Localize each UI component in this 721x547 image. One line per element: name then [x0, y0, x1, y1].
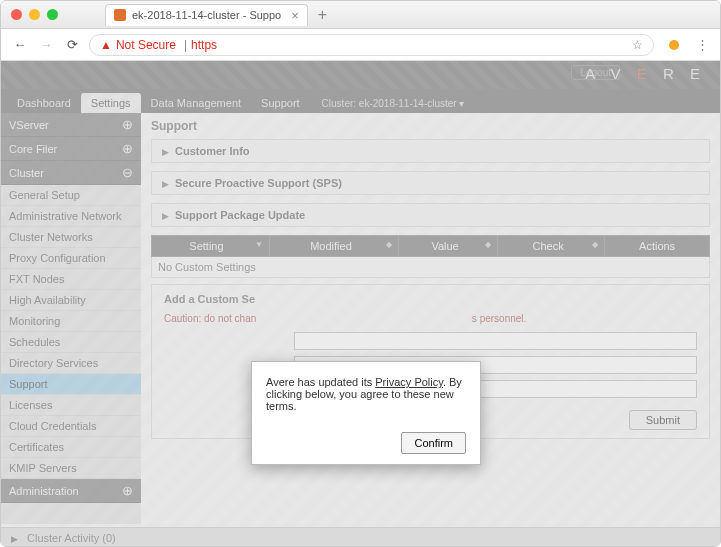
address-bar[interactable]: ▲ Not Secure | https ☆ [89, 34, 654, 56]
reload-button[interactable]: ⟳ [63, 37, 81, 52]
forward-button[interactable]: → [37, 37, 55, 52]
extension-icon[interactable] [666, 37, 682, 53]
warning-icon: ▲ [100, 38, 112, 52]
bookmark-star-icon[interactable]: ☆ [632, 38, 643, 52]
tab-close-icon[interactable]: × [291, 8, 299, 23]
privacy-policy-link[interactable]: Privacy Policy [375, 376, 443, 388]
window-close-dot[interactable] [11, 9, 22, 20]
modal-overlay [1, 61, 720, 547]
not-secure-label: Not Secure [116, 38, 176, 52]
browser-menu-icon[interactable]: ⋮ [694, 37, 710, 53]
back-button[interactable]: ← [11, 37, 29, 52]
privacy-policy-modal: Avere has updated its Privacy Policy. By… [251, 361, 481, 465]
modal-text-a: Avere has updated its [266, 376, 375, 388]
new-tab-button[interactable]: + [318, 6, 327, 24]
confirm-button[interactable]: Confirm [401, 432, 466, 454]
favicon-icon [114, 9, 126, 21]
url-proto: https [191, 38, 217, 52]
app-root: Logout A V E R E Dashboard Settings Data… [1, 61, 720, 547]
browser-toolbar: ← → ⟳ ▲ Not Secure | https ☆ ⋮ [1, 29, 720, 61]
url-separator: | [184, 38, 187, 52]
window-minimize-dot[interactable] [29, 9, 40, 20]
browser-tab[interactable]: ek-2018-11-14-cluster - Suppo × [105, 4, 308, 26]
window-zoom-dot[interactable] [47, 9, 58, 20]
tab-title: ek-2018-11-14-cluster - Suppo [132, 9, 281, 21]
window-titlebar: ek-2018-11-14-cluster - Suppo × + [1, 1, 720, 29]
